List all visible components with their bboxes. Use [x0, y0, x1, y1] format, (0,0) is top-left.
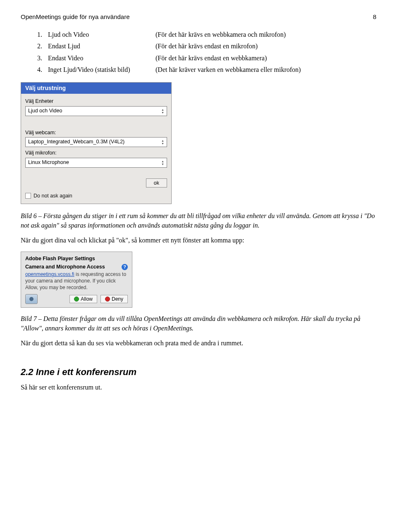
list-number: 3. — [37, 54, 48, 63]
devices-label: Välj Enheter — [25, 98, 167, 105]
webcam-label: Välj webcam: — [25, 129, 167, 137]
options-list: 1. Ljud och Video (För det här krävs en … — [37, 30, 376, 75]
list-item: 2. Endast Ljud (För det här krävs endast… — [37, 42, 376, 51]
flash-settings-dialog: Adobe Flash Player Settings Camera and M… — [21, 252, 132, 308]
figure-caption: Bild 7 – Detta fönster frågar om du vill… — [21, 314, 376, 333]
paragraph: När du gjort dina val och klickat på "ok… — [21, 236, 376, 245]
list-item: 3. Endast Video (För det här krävs endas… — [37, 54, 376, 63]
webcam-value: Laptop_Integrated_Webcam_0.3M (V4L2) — [28, 138, 124, 146]
list-note: (Det här kräver varken en webbkamera ell… — [155, 65, 301, 74]
mic-combobox[interactable]: Linux Microphone ▲▼ — [25, 158, 167, 168]
list-label: Endast Ljud — [48, 42, 155, 51]
list-number: 4. — [37, 65, 48, 74]
figure-caption: Bild 6 – Första gången du stiger in i et… — [21, 211, 376, 230]
flash-subtitle: Camera and Microphone Access — [25, 264, 105, 271]
camera-icon — [25, 294, 38, 304]
dialog-title: Välj utrustning — [21, 83, 171, 94]
paragraph: När du gjort detta så kan du ses via web… — [21, 339, 376, 348]
page-number: 8 — [373, 12, 376, 21]
device-selection-dialog: Välj utrustning Välj Enheter Ljud och Vi… — [21, 82, 172, 204]
list-note: (För det här krävs en webbkamera och mik… — [155, 30, 286, 39]
deny-icon — [105, 297, 110, 302]
allow-button[interactable]: Allow — [69, 295, 97, 303]
list-note: (För det här krävs endast en webbkamera) — [155, 54, 267, 63]
ok-button[interactable]: ok — [146, 178, 167, 188]
webcam-combobox[interactable]: Laptop_Integrated_Webcam_0.3M (V4L2) ▲▼ — [25, 137, 167, 147]
list-label: Inget Ljud/Video (statiskt bild) — [48, 65, 155, 74]
list-number: 2. — [37, 42, 48, 51]
list-label: Endast Video — [48, 54, 155, 63]
doc-title: OpenMeetings guide för nya användare — [21, 12, 130, 21]
mic-label: Välj mikrofon: — [25, 150, 167, 157]
devices-value: Ljud och Video — [28, 107, 62, 115]
spinner-icon[interactable]: ▲▼ — [161, 160, 164, 166]
list-number: 1. — [37, 30, 48, 39]
allow-icon — [74, 297, 79, 302]
section-intro: Så här ser ett konferensrum ut. — [21, 383, 376, 392]
devices-combobox[interactable]: Ljud och Video ▲▼ — [25, 106, 167, 116]
list-label: Ljud och Video — [48, 30, 155, 39]
spinner-icon[interactable]: ▲▼ — [161, 108, 164, 114]
list-item: 4. Inget Ljud/Video (statiskt bild) (Det… — [37, 65, 376, 74]
section-heading: 2.2 Inne i ett konferensrum — [21, 366, 376, 379]
flash-title: Adobe Flash Player Settings — [25, 255, 95, 263]
deny-button[interactable]: Deny — [100, 295, 128, 303]
flash-body-text: openmeetings.vcoss.fi is requesting acce… — [25, 271, 128, 291]
do-not-ask-label: Do not ask again — [33, 192, 72, 200]
do-not-ask-checkbox[interactable] — [25, 193, 31, 199]
help-icon[interactable]: ? — [122, 264, 128, 270]
list-item: 1. Ljud och Video (För det här krävs en … — [37, 30, 376, 39]
mic-value: Linux Microphone — [28, 159, 69, 166]
list-note: (För det här krävs endast en mikrofon) — [155, 42, 258, 51]
flash-domain-link[interactable]: openmeetings.vcoss.fi — [25, 271, 74, 277]
spinner-icon[interactable]: ▲▼ — [161, 139, 164, 145]
